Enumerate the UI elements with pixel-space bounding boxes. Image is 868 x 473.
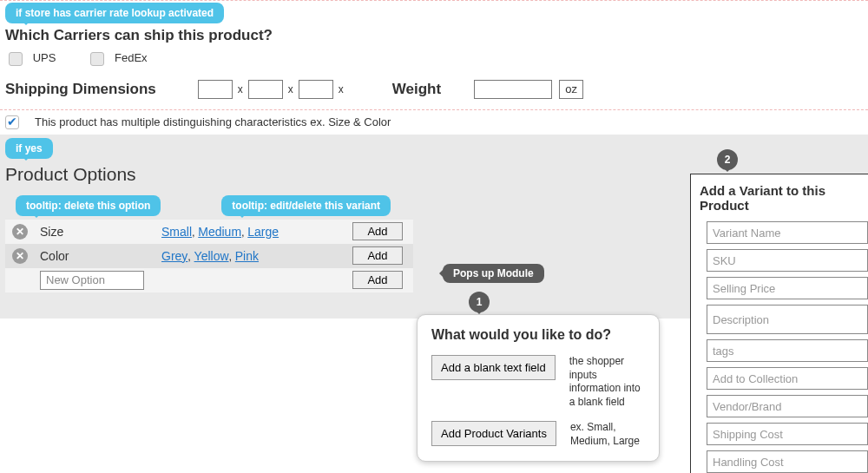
- dim-sep: x: [238, 83, 243, 95]
- option-row: ✕ Color Grey, Yellow, Pink Add: [5, 244, 413, 268]
- add-product-variants-button[interactable]: Add Product Variants: [431, 421, 556, 446]
- side-panel-title: Add a Variant to this Product: [700, 183, 868, 213]
- tags-field[interactable]: tags: [707, 339, 868, 362]
- variant-link[interactable]: Yellow: [194, 249, 229, 263]
- delete-option-icon[interactable]: ✕: [12, 248, 28, 264]
- dim-length-input[interactable]: [198, 80, 233, 99]
- step-pin-2: 2: [717, 149, 738, 170]
- annotation-carrier-condition: if store has carrier rate lookup activat…: [5, 3, 224, 23]
- option-row: ✕ Size Small, Medium, Large Add: [5, 220, 413, 244]
- option-name: Color: [40, 249, 161, 263]
- carrier-label: FedEx: [115, 51, 148, 64]
- handling-cost-field[interactable]: Handling Cost: [707, 450, 868, 473]
- variant-link[interactable]: Pink: [235, 249, 259, 263]
- add-option-popup: What would you like to do? Add a blank t…: [417, 314, 660, 462]
- add-variant-button[interactable]: Add: [352, 246, 403, 265]
- vendor-brand-field[interactable]: Vendor/Brand: [707, 395, 868, 417]
- dim-sep: x: [339, 83, 344, 95]
- weight-input[interactable]: [474, 80, 552, 99]
- popup-title: What would you like to do?: [431, 327, 645, 343]
- option-variants: Small, Medium, Large: [161, 225, 352, 239]
- new-option-input[interactable]: New Option: [40, 271, 144, 290]
- option-name: Size: [40, 225, 161, 239]
- step-pin-1: 1: [469, 292, 490, 312]
- carriers-heading: Which Carriers can ship this product?: [5, 27, 863, 44]
- variant-link[interactable]: Small: [161, 225, 192, 239]
- add-option-button[interactable]: Add: [352, 271, 403, 289]
- option-row-new: New Option Add: [5, 268, 413, 292]
- delete-option-icon[interactable]: ✕: [12, 224, 28, 240]
- annotation-tooltip-edit-variant: tooltip: edit/delete this variant: [221, 195, 391, 216]
- sku-field[interactable]: SKU: [707, 249, 868, 272]
- add-variant-panel: Add a Variant to this Product Variant Na…: [690, 174, 868, 473]
- dim-width-input[interactable]: [248, 80, 283, 99]
- variant-link[interactable]: Grey: [161, 249, 187, 263]
- checkbox-icon: [90, 52, 104, 66]
- popup-desc: the shopper inputs information into a bl…: [569, 355, 645, 409]
- carrier-ups[interactable]: UPS: [9, 51, 56, 66]
- variant-link[interactable]: Large: [247, 225, 279, 239]
- selling-price-field[interactable]: Selling Price: [707, 277, 868, 299]
- annotation-pops-up-module: Pops up Module: [443, 264, 544, 283]
- shipping-cost-field[interactable]: Shipping Cost: [707, 423, 868, 445]
- add-variant-button[interactable]: Add: [352, 222, 403, 240]
- dim-height-input[interactable]: [299, 80, 333, 99]
- variant-link[interactable]: Medium: [198, 225, 241, 239]
- variant-name-field[interactable]: Variant Name: [707, 221, 868, 244]
- multi-characteristics-text: This product has multiple distinguishing…: [35, 115, 391, 128]
- weight-label: Weight: [392, 81, 441, 98]
- carrier-label: UPS: [33, 51, 56, 64]
- option-variants: Grey, Yellow, Pink: [161, 249, 352, 263]
- popup-desc: ex. Small, Medium, Large: [570, 421, 645, 448]
- checkbox-icon: [9, 52, 23, 66]
- description-field[interactable]: Description: [707, 305, 868, 334]
- dimensions-label: Shipping Dimensions: [5, 81, 156, 98]
- weight-unit: oz: [559, 80, 583, 99]
- dim-sep: x: [288, 83, 293, 95]
- annotation-if-yes: if yes: [5, 138, 53, 159]
- add-blank-field-button[interactable]: Add a blank text field: [431, 355, 556, 380]
- annotation-tooltip-delete: tooltip: delete this option: [16, 195, 161, 216]
- add-to-collection-field[interactable]: Add to Collection: [707, 367, 868, 390]
- multi-characteristics-checkbox[interactable]: [5, 115, 19, 129]
- options-table: ✕ Size Small, Medium, Large Add ✕ Color …: [5, 220, 413, 292]
- carrier-fedex[interactable]: FedEx: [90, 51, 147, 66]
